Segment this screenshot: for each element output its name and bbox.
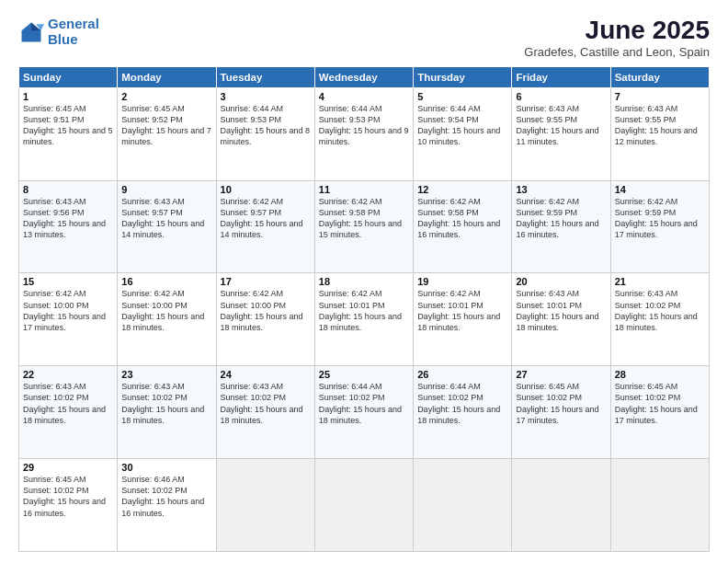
calendar-header-cell: Sunday bbox=[19, 66, 118, 87]
day-number: 24 bbox=[221, 369, 311, 380]
calendar-day-cell: 14 Sunrise: 6:42 AMSunset: 9:59 PMDaylig… bbox=[610, 180, 709, 273]
calendar-day-cell: 17 Sunrise: 6:42 AMSunset: 10:00 PMDayli… bbox=[216, 273, 314, 366]
logo-text: General Blue bbox=[48, 17, 99, 47]
day-info: Sunrise: 6:42 AMSunset: 9:58 PMDaylight:… bbox=[417, 196, 507, 241]
day-number: 7 bbox=[615, 91, 705, 102]
day-info: Sunrise: 6:45 AMSunset: 9:52 PMDaylight:… bbox=[121, 103, 211, 148]
calendar-day-cell: 18 Sunrise: 6:42 AMSunset: 10:01 PMDayli… bbox=[314, 273, 413, 366]
day-info: Sunrise: 6:44 AMSunset: 10:02 PMDaylight… bbox=[417, 381, 507, 426]
calendar-day-cell: 11 Sunrise: 6:42 AMSunset: 9:58 PMDaylig… bbox=[314, 180, 413, 273]
day-number: 18 bbox=[319, 276, 409, 287]
calendar-day-cell: 3 Sunrise: 6:44 AMSunset: 9:53 PMDayligh… bbox=[216, 87, 314, 180]
day-info: Sunrise: 6:43 AMSunset: 9:55 PMDaylight:… bbox=[516, 103, 606, 148]
day-number: 29 bbox=[23, 462, 113, 473]
day-number: 5 bbox=[417, 91, 507, 102]
calendar-day-cell bbox=[414, 459, 512, 552]
day-number: 23 bbox=[121, 369, 211, 380]
calendar-day-cell: 20 Sunrise: 6:43 AMSunset: 10:01 PMDayli… bbox=[512, 273, 610, 366]
calendar-day-cell: 25 Sunrise: 6:44 AMSunset: 10:02 PMDayli… bbox=[314, 366, 413, 459]
day-number: 3 bbox=[221, 91, 311, 102]
day-number: 13 bbox=[516, 184, 606, 195]
day-number: 2 bbox=[121, 91, 211, 102]
calendar-day-cell: 29 Sunrise: 6:45 AMSunset: 10:02 PMDayli… bbox=[19, 459, 118, 552]
day-number: 4 bbox=[319, 91, 409, 102]
day-number: 27 bbox=[516, 369, 606, 380]
calendar-header-cell: Saturday bbox=[610, 66, 709, 87]
day-number: 22 bbox=[23, 369, 113, 380]
day-info: Sunrise: 6:45 AMSunset: 10:02 PMDaylight… bbox=[615, 381, 705, 426]
title-block: June 2025 Gradefes, Castille and Leon, S… bbox=[524, 17, 710, 59]
logo-icon bbox=[18, 19, 44, 45]
day-number: 11 bbox=[319, 184, 409, 195]
day-number: 16 bbox=[121, 276, 211, 287]
calendar-day-cell: 19 Sunrise: 6:42 AMSunset: 10:01 PMDayli… bbox=[414, 273, 512, 366]
calendar-day-cell: 13 Sunrise: 6:42 AMSunset: 9:59 PMDaylig… bbox=[512, 180, 610, 273]
calendar-week-row: 22 Sunrise: 6:43 AMSunset: 10:02 PMDayli… bbox=[19, 366, 710, 459]
day-number: 30 bbox=[121, 462, 211, 473]
day-number: 1 bbox=[23, 91, 113, 102]
day-info: Sunrise: 6:45 AMSunset: 10:02 PMDaylight… bbox=[23, 474, 113, 519]
subtitle: Gradefes, Castille and Leon, Spain bbox=[524, 45, 710, 59]
calendar-day-cell: 10 Sunrise: 6:42 AMSunset: 9:57 PMDaylig… bbox=[216, 180, 314, 273]
day-number: 19 bbox=[417, 276, 507, 287]
calendar-week-row: 15 Sunrise: 6:42 AMSunset: 10:00 PMDayli… bbox=[19, 273, 710, 366]
calendar-header-cell: Thursday bbox=[414, 66, 512, 87]
day-number: 20 bbox=[516, 276, 606, 287]
calendar-day-cell: 23 Sunrise: 6:43 AMSunset: 10:02 PMDayli… bbox=[118, 366, 216, 459]
day-number: 26 bbox=[417, 369, 507, 380]
calendar-day-cell: 8 Sunrise: 6:43 AMSunset: 9:56 PMDayligh… bbox=[19, 180, 118, 273]
day-info: Sunrise: 6:42 AMSunset: 9:58 PMDaylight:… bbox=[319, 196, 409, 241]
day-info: Sunrise: 6:43 AMSunset: 9:57 PMDaylight:… bbox=[121, 196, 211, 241]
calendar-header-cell: Friday bbox=[512, 66, 610, 87]
day-info: Sunrise: 6:42 AMSunset: 9:59 PMDaylight:… bbox=[615, 196, 705, 241]
day-info: Sunrise: 6:43 AMSunset: 10:01 PMDaylight… bbox=[516, 288, 606, 333]
day-number: 10 bbox=[221, 184, 311, 195]
day-info: Sunrise: 6:42 AMSunset: 10:00 PMDaylight… bbox=[121, 288, 211, 333]
day-number: 14 bbox=[615, 184, 705, 195]
calendar-day-cell: 2 Sunrise: 6:45 AMSunset: 9:52 PMDayligh… bbox=[118, 87, 216, 180]
logo: General Blue bbox=[18, 17, 99, 47]
day-info: Sunrise: 6:44 AMSunset: 9:54 PMDaylight:… bbox=[417, 103, 507, 148]
day-info: Sunrise: 6:43 AMSunset: 10:02 PMDaylight… bbox=[121, 381, 211, 426]
calendar-day-cell: 9 Sunrise: 6:43 AMSunset: 9:57 PMDayligh… bbox=[118, 180, 216, 273]
day-info: Sunrise: 6:42 AMSunset: 9:59 PMDaylight:… bbox=[516, 196, 606, 241]
calendar-day-cell: 12 Sunrise: 6:42 AMSunset: 9:58 PMDaylig… bbox=[414, 180, 512, 273]
day-info: Sunrise: 6:44 AMSunset: 9:53 PMDaylight:… bbox=[319, 103, 409, 148]
calendar-day-cell: 26 Sunrise: 6:44 AMSunset: 10:02 PMDayli… bbox=[414, 366, 512, 459]
day-number: 25 bbox=[319, 369, 409, 380]
day-info: Sunrise: 6:43 AMSunset: 9:56 PMDaylight:… bbox=[23, 196, 113, 241]
calendar-day-cell: 21 Sunrise: 6:43 AMSunset: 10:02 PMDayli… bbox=[610, 273, 709, 366]
calendar-header-cell: Tuesday bbox=[216, 66, 314, 87]
calendar-day-cell: 24 Sunrise: 6:43 AMSunset: 10:02 PMDayli… bbox=[216, 366, 314, 459]
day-number: 12 bbox=[417, 184, 507, 195]
header: General Blue June 2025 Gradefes, Castill… bbox=[18, 17, 710, 59]
day-number: 9 bbox=[121, 184, 211, 195]
day-info: Sunrise: 6:42 AMSunset: 10:00 PMDaylight… bbox=[221, 288, 311, 333]
calendar-day-cell bbox=[216, 459, 314, 552]
day-number: 8 bbox=[23, 184, 113, 195]
calendar-day-cell bbox=[512, 459, 610, 552]
calendar-day-cell: 30 Sunrise: 6:46 AMSunset: 10:02 PMDayli… bbox=[118, 459, 216, 552]
day-info: Sunrise: 6:42 AMSunset: 9:57 PMDaylight:… bbox=[221, 196, 311, 241]
calendar-day-cell: 27 Sunrise: 6:45 AMSunset: 10:02 PMDayli… bbox=[512, 366, 610, 459]
day-info: Sunrise: 6:45 AMSunset: 9:51 PMDaylight:… bbox=[23, 103, 113, 148]
day-info: Sunrise: 6:44 AMSunset: 9:53 PMDaylight:… bbox=[221, 103, 311, 148]
calendar-day-cell: 7 Sunrise: 6:43 AMSunset: 9:55 PMDayligh… bbox=[610, 87, 709, 180]
calendar-day-cell bbox=[610, 459, 709, 552]
day-info: Sunrise: 6:43 AMSunset: 9:55 PMDaylight:… bbox=[615, 103, 705, 148]
day-info: Sunrise: 6:42 AMSunset: 10:01 PMDaylight… bbox=[417, 288, 507, 333]
calendar-header-row: SundayMondayTuesdayWednesdayThursdayFrid… bbox=[19, 66, 710, 87]
day-number: 6 bbox=[516, 91, 606, 102]
calendar-table: SundayMondayTuesdayWednesdayThursdayFrid… bbox=[18, 66, 710, 552]
page: General Blue June 2025 Gradefes, Castill… bbox=[0, 0, 728, 563]
main-title: June 2025 bbox=[524, 17, 710, 45]
day-info: Sunrise: 6:44 AMSunset: 10:02 PMDaylight… bbox=[319, 381, 409, 426]
day-info: Sunrise: 6:43 AMSunset: 10:02 PMDaylight… bbox=[23, 381, 113, 426]
day-number: 21 bbox=[615, 276, 705, 287]
day-info: Sunrise: 6:43 AMSunset: 10:02 PMDaylight… bbox=[221, 381, 311, 426]
calendar-day-cell: 6 Sunrise: 6:43 AMSunset: 9:55 PMDayligh… bbox=[512, 87, 610, 180]
day-info: Sunrise: 6:46 AMSunset: 10:02 PMDaylight… bbox=[121, 474, 211, 519]
calendar-day-cell: 22 Sunrise: 6:43 AMSunset: 10:02 PMDayli… bbox=[19, 366, 118, 459]
calendar-header-cell: Monday bbox=[118, 66, 216, 87]
day-number: 15 bbox=[23, 276, 113, 287]
